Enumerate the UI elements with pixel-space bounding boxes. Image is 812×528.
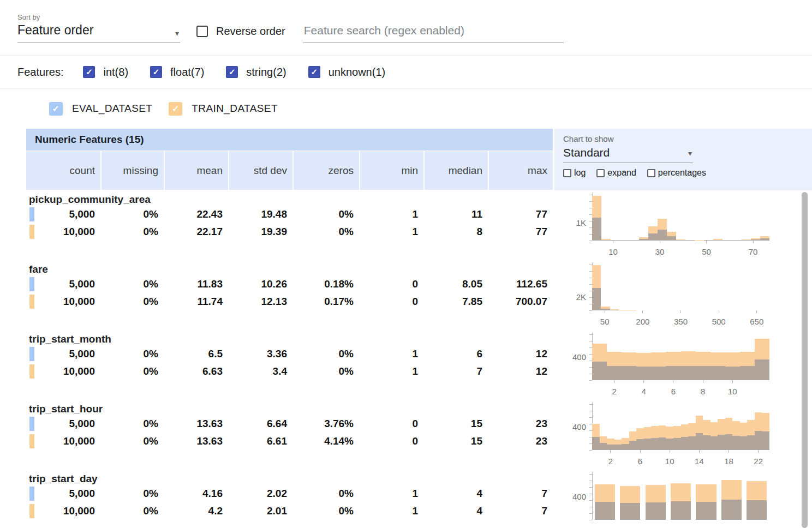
value-cell: 0 <box>359 275 423 293</box>
value-cell: 12 <box>488 363 553 380</box>
dataset-checkbox[interactable]: ✓ <box>169 102 182 116</box>
value-text: 4 <box>476 505 482 517</box>
feature-block: trip_start_hour5,0000%13.636.643.76%0152… <box>26 400 812 470</box>
value-text: 0% <box>144 208 158 220</box>
dataset-marker-eval <box>29 347 34 361</box>
dataset-item: ✓EVAL_DATASET <box>49 102 152 116</box>
svg-text:22: 22 <box>754 457 763 466</box>
column-header-max: max <box>488 151 553 190</box>
filter-checkbox[interactable]: ✓ <box>308 66 320 78</box>
dataset-marker-train <box>29 364 34 379</box>
value-cell: 6.61 <box>228 433 292 450</box>
value-cell: 10.26 <box>228 275 292 293</box>
dataset-marker-train <box>29 434 34 448</box>
value-text: 6 <box>476 348 482 359</box>
value-text: 0% <box>339 365 354 377</box>
feature-block: trip_start_month5,0000%6.53.360%161210,0… <box>26 330 812 400</box>
value-text: 700.07 <box>516 296 547 307</box>
value-cell: 0% <box>100 223 164 241</box>
dataset-marker-train <box>29 225 34 239</box>
feature-rows: pickup_community_area5,0000%22.4319.480%… <box>26 190 812 528</box>
sort-by-dropdown[interactable]: Feature order ▾ <box>17 23 180 43</box>
value-text: 3.76% <box>324 418 354 429</box>
svg-text:10: 10 <box>608 247 618 256</box>
value-cell: 0% <box>292 363 359 380</box>
chart-option-checkbox[interactable] <box>563 169 571 177</box>
value-text: 1 <box>412 365 418 377</box>
feature-stats: pickup_community_area5,0000%22.4319.480%… <box>26 190 553 260</box>
value-cell: 13.63 <box>164 415 228 433</box>
value-text: 4.16 <box>202 488 223 499</box>
value-cell: 10,000 <box>26 502 100 520</box>
svg-text:8: 8 <box>701 387 705 396</box>
filter-checkbox[interactable]: ✓ <box>83 66 95 78</box>
value-cell: 10,000 <box>26 433 100 450</box>
check-icon: ✓ <box>52 104 60 114</box>
svg-text:4: 4 <box>642 387 646 396</box>
value-text: 1 <box>412 505 418 517</box>
chart-option-label: percentages <box>658 168 706 178</box>
svg-text:650: 650 <box>750 317 763 326</box>
dataset-marker-eval <box>29 487 34 501</box>
chart-type-dropdown[interactable]: Standard ▾ <box>563 146 693 163</box>
svg-text:14: 14 <box>695 457 704 466</box>
value-cell: 0% <box>100 345 164 363</box>
value-text: 0 <box>412 296 418 307</box>
value-cell: 7 <box>423 363 488 380</box>
value-cell: 23 <box>488 415 553 433</box>
value-text: 5,000 <box>69 348 95 359</box>
value-cell: 19.48 <box>228 206 292 223</box>
feature-type-filter: ✓int(8) <box>83 66 128 79</box>
chart-option-log: log <box>563 168 586 178</box>
value-text: 5,000 <box>69 208 95 220</box>
feature-name: pickup_community_area <box>26 190 553 206</box>
value-text: 10,000 <box>63 435 95 447</box>
check-icon: ✓ <box>86 67 93 77</box>
dataset-marker-train <box>29 504 34 518</box>
value-cell: 1 <box>359 345 423 363</box>
chart-to-show-label: Chart to show <box>563 134 812 143</box>
value-cell: 0% <box>292 206 359 223</box>
value-text: 0% <box>339 488 354 499</box>
feature-chart-area: 400246810 <box>553 330 812 400</box>
filter-checkbox[interactable]: ✓ <box>226 66 238 78</box>
value-text: 1 <box>412 208 418 220</box>
column-header-count: count <box>26 151 100 190</box>
value-cell: 4.2 <box>164 502 228 520</box>
dataset-checkbox[interactable]: ✓ <box>49 102 63 116</box>
column-header-mean: mean <box>164 151 228 190</box>
filter-label: string(2) <box>246 66 286 79</box>
chart-option-checkbox[interactable] <box>647 169 655 177</box>
value-cell: 22.43 <box>164 206 228 223</box>
value-text: 22.17 <box>196 226 223 237</box>
value-text: 7 <box>476 365 482 377</box>
reverse-order-checkbox[interactable] <box>196 26 208 37</box>
feature-search-input[interactable] <box>303 24 564 43</box>
feature-name: trip_start_hour <box>26 400 553 415</box>
value-text: 6.64 <box>267 418 287 429</box>
value-text: 4.14% <box>324 435 354 447</box>
value-text: 10,000 <box>63 505 95 517</box>
scrollbar[interactable] <box>802 192 808 528</box>
dropdown-arrow-icon: ▾ <box>688 149 692 158</box>
value-cell: 11.74 <box>164 293 228 310</box>
value-cell: 700.07 <box>488 293 553 310</box>
sort-by-label: Sort by <box>17 13 812 21</box>
value-cell: 0 <box>359 433 423 450</box>
dataset-marker-eval <box>29 417 34 431</box>
filter-checkbox[interactable]: ✓ <box>150 66 162 78</box>
value-cell: 6 <box>423 345 488 363</box>
value-cell: 5,000 <box>26 206 100 223</box>
dataset-marker-eval <box>29 277 34 291</box>
column-header-row: countmissingmeanstd devzerosminmedianmax <box>26 151 553 190</box>
value-cell: 0% <box>292 223 359 241</box>
value-cell: 0% <box>100 502 164 520</box>
check-icon: ✓ <box>153 67 160 77</box>
chart-option-checkbox[interactable] <box>596 169 605 177</box>
column-header-std-dev: std dev <box>228 151 292 190</box>
feature-chart-area: 4002610141822 <box>553 400 812 470</box>
value-text: 77 <box>536 226 547 237</box>
facets-overview: Sort by Feature order ▾ Reverse order Fe… <box>0 0 812 528</box>
feature-name: trip_start_month <box>26 330 553 345</box>
value-text: 6.61 <box>267 435 287 447</box>
